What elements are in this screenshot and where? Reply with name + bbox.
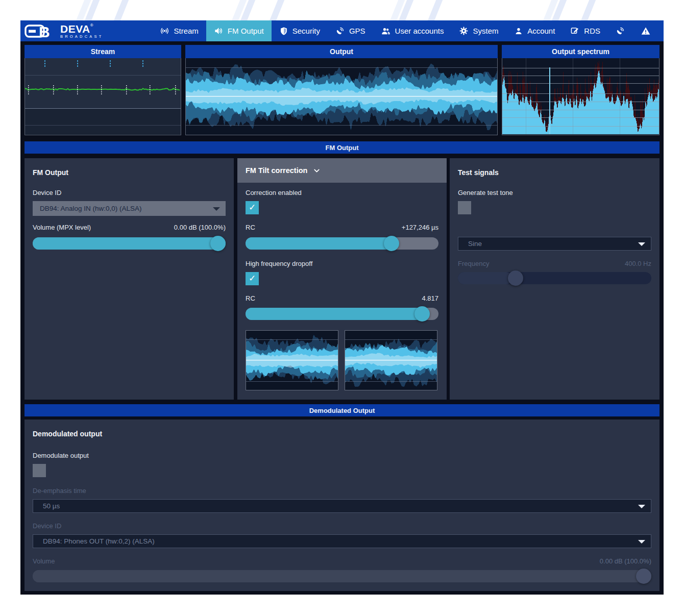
nav-label: RDS	[584, 27, 600, 35]
app-window: B DEVA® BROADCAST Stream FM Output	[20, 20, 664, 595]
slider-handle[interactable]	[508, 270, 523, 286]
demodulate-output-label: Demodulate output	[33, 452, 89, 459]
test-signals-card: Test signals Generate test tone ✓ Sine F…	[450, 158, 659, 400]
slider-handle[interactable]	[384, 236, 399, 251]
warning-icon	[641, 26, 651, 36]
section-title: FM Output	[326, 144, 359, 152]
tilt-scope-before	[246, 330, 338, 390]
rc-label: RC	[246, 224, 255, 231]
satellite-dish-icon	[616, 26, 625, 36]
nav-label: Security	[292, 27, 320, 35]
nav-item-stream[interactable]: Stream	[152, 20, 206, 41]
waveform-select[interactable]: Sine	[458, 237, 651, 251]
nav-label: FM Output	[228, 27, 264, 35]
nav-item-account[interactable]: Account	[506, 20, 563, 41]
nav-menu: Stream FM Output Security	[152, 20, 506, 41]
output-panel-title: Output	[185, 45, 498, 58]
nav-item-system[interactable]: System	[451, 20, 506, 41]
nav-label: System	[473, 27, 498, 35]
nav-item-fm-output[interactable]: FM Output	[206, 20, 272, 41]
nav-item-user-accounts[interactable]: User accounts	[373, 20, 452, 41]
fm-output-section-bar: FM Output	[25, 141, 659, 154]
rc-dropoff-slider[interactable]	[246, 308, 438, 320]
deemphasis-label: De-emphasis time	[33, 487, 86, 495]
device-id-label: Device ID	[33, 189, 61, 196]
nav-right-group: Account RDS	[506, 20, 658, 41]
demodulated-output-card: Demodulated output Demodulate output ✓ D…	[25, 420, 659, 591]
slider-fill	[246, 237, 396, 250]
svg-text:B: B	[39, 23, 50, 39]
dropoff-checkbox[interactable]: ✓	[246, 272, 259, 285]
shield-icon	[279, 27, 288, 36]
stream-scope-canvas	[25, 58, 181, 134]
dropoff-label: High frequency dropoff	[246, 260, 312, 267]
brand-name: DEVA	[60, 23, 90, 35]
deva-logo: B DEVA® BROADCAST	[25, 23, 103, 39]
device-id-value: DB94: Phones OUT (hw:0,2) (ALSA)	[33, 537, 155, 545]
satellite-dish-icon	[335, 26, 345, 36]
nav-item-security[interactable]: Security	[272, 20, 328, 41]
nav-alert-button[interactable]	[633, 20, 658, 41]
nav-label: Stream	[174, 27, 198, 35]
tilt-scope-canvas	[345, 331, 437, 390]
chevron-down-icon	[638, 505, 645, 508]
rc-value: +127,246 µs	[402, 224, 438, 231]
slider-fill	[33, 237, 226, 250]
demod-volume-slider[interactable]	[33, 570, 651, 582]
deemphasis-select[interactable]: 50 µs	[33, 499, 651, 513]
card-heading: FM Output	[33, 168, 68, 177]
device-id-select[interactable]: DB94: Analog IN (hw:0,0) (ALSA)	[33, 201, 226, 216]
demod-section-bar: Demodulated Output	[25, 404, 659, 416]
scope-panels: Stream Output Output spectrum	[25, 45, 659, 136]
frequency-label: Frequency	[458, 260, 489, 267]
demod-volume-value: 0.00 dB (100.0%)	[600, 557, 651, 565]
rc-slider[interactable]	[246, 237, 438, 250]
output-scope-canvas	[186, 58, 497, 134]
slider-handle[interactable]	[210, 236, 226, 251]
card-heading: Demodulated output	[33, 430, 102, 438]
check-icon: ✓	[249, 274, 256, 283]
volume-slider[interactable]	[33, 237, 226, 250]
deemphasis-value: 50 µs	[33, 502, 60, 510]
brand-subtitle: BROADCAST	[60, 35, 103, 39]
user-icon	[514, 27, 523, 36]
slider-fill	[458, 272, 512, 284]
tilt-header-title: FM Tilt correction	[246, 166, 307, 175]
tilt-scope-canvas	[246, 331, 338, 390]
slider-handle[interactable]	[414, 306, 430, 322]
tilt-scope-after	[345, 330, 437, 390]
spectrum-panel: Output spectrum	[502, 45, 659, 136]
tilt-collapse-header[interactable]: FM Tilt correction	[237, 158, 447, 183]
slider-handle[interactable]	[636, 569, 651, 584]
demod-device-select[interactable]: DB94: Phones OUT (hw:0,2) (ALSA)	[33, 534, 651, 548]
volume-value: 0.00 dB (100.0%)	[174, 224, 226, 231]
correction-enabled-checkbox[interactable]: ✓	[246, 201, 259, 214]
brand-text: DEVA® BROADCAST	[60, 23, 103, 39]
stream-panel-title: Stream	[25, 45, 181, 58]
nav-connection-button[interactable]	[608, 20, 633, 41]
output-panel: Output	[185, 45, 498, 136]
frequency-value: 400.0 Hz	[625, 260, 651, 267]
edit-icon	[570, 26, 580, 36]
demod-volume-label: Volume	[33, 557, 55, 565]
spectrum-panel-title: Output spectrum	[502, 45, 659, 58]
correction-enabled-label: Correction enabled	[246, 189, 302, 196]
gear-icon	[459, 26, 469, 36]
nav-item-rds[interactable]: RDS	[563, 20, 608, 41]
rc-value: 4.817	[422, 294, 438, 302]
chevron-down-icon	[638, 242, 645, 246]
device-id-value: DB94: Analog IN (hw:0,0) (ALSA)	[33, 205, 142, 212]
frequency-slider[interactable]	[458, 272, 651, 284]
nav-item-gps[interactable]: GPS	[328, 20, 373, 41]
volume-label: Volume (MPX level)	[33, 224, 91, 231]
speaker-icon	[214, 26, 224, 36]
generate-test-tone-checkbox[interactable]: ✓	[458, 201, 471, 214]
fm-tilt-card: FM Tilt correction Correction enabled ✓ …	[237, 158, 447, 400]
stream-panel: Stream	[25, 45, 181, 136]
spectrum-canvas	[502, 58, 659, 134]
broadcast-icon	[160, 26, 169, 36]
slider-fill	[33, 570, 651, 582]
demodulate-output-checkbox[interactable]: ✓	[33, 464, 46, 477]
section-title: Demodulated Output	[309, 407, 375, 414]
check-icon: ✓	[249, 203, 256, 212]
